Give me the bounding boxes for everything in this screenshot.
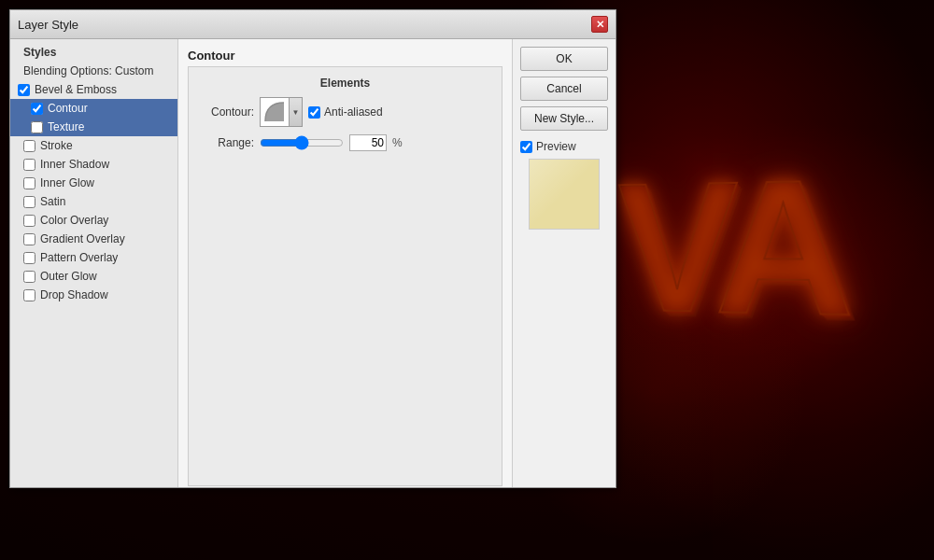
range-row: Range: % [198, 134, 492, 151]
bevel-emboss-label: Bevel & Emboss [35, 83, 117, 96]
inner-shadow-checkbox[interactable] [23, 159, 35, 171]
drop-shadow-checkbox[interactable] [23, 289, 35, 301]
inner-glow-checkbox[interactable] [23, 177, 35, 189]
sidebar-item-drop-shadow[interactable]: Drop Shadow [10, 286, 177, 304]
contour-row: Contour: ▼ [198, 97, 492, 127]
contour-dropdown-arrow[interactable]: ▼ [290, 97, 303, 127]
section-subtitle: Elements [198, 77, 492, 90]
satin-checkbox[interactable] [23, 196, 35, 208]
dialog-body: Styles Blending Options: Custom Bevel & … [10, 39, 616, 487]
styles-label: Styles [23, 46, 56, 59]
contour-label-left: Contour [48, 102, 88, 115]
sidebar-item-texture[interactable]: Texture [10, 118, 177, 136]
contour-preview-button[interactable] [260, 97, 290, 127]
contour-checkbox[interactable] [31, 103, 43, 115]
title-bar: Layer Style ✕ [10, 10, 616, 39]
color-overlay-checkbox[interactable] [23, 215, 35, 227]
sidebar-item-inner-glow[interactable]: Inner Glow [10, 174, 177, 192]
bevel-emboss-checkbox[interactable] [18, 84, 30, 96]
texture-checkbox[interactable] [31, 121, 43, 133]
right-panel: OK Cancel New Style... Preview [513, 39, 616, 487]
preview-text: Preview [536, 140, 576, 153]
preview-checkbox[interactable] [520, 141, 532, 153]
sidebar-item-contour[interactable]: Contour [10, 99, 177, 118]
anti-alias-text: Anti-aliased [324, 105, 383, 119]
sidebar-item-bevel-emboss[interactable]: Bevel & Emboss [10, 80, 177, 99]
sidebar-item-stroke[interactable]: Stroke [10, 136, 177, 155]
middle-panel: Contour Elements Contour: [178, 39, 513, 487]
gradient-overlay-label: Gradient Overlay [40, 232, 125, 245]
outer-glow-label: Outer Glow [40, 270, 97, 283]
color-overlay-label: Color Overlay [40, 214, 108, 227]
styles-header[interactable]: Styles [10, 43, 177, 62]
new-style-button[interactable]: New Style... [520, 106, 608, 131]
anti-alias-label[interactable]: Anti-aliased [308, 105, 383, 119]
sidebar-item-outer-glow[interactable]: Outer Glow [10, 267, 177, 286]
sidebar-item-gradient-overlay[interactable]: Gradient Overlay [10, 230, 177, 248]
section-title: Contour [188, 49, 502, 63]
inner-glow-label: Inner Glow [40, 176, 94, 189]
satin-label: Satin [40, 195, 65, 208]
stroke-label: Stroke [40, 139, 73, 152]
left-panel: Styles Blending Options: Custom Bevel & … [10, 39, 178, 487]
sidebar-item-blending[interactable]: Blending Options: Custom [10, 62, 177, 80]
range-number-input[interactable] [349, 134, 387, 151]
pattern-overlay-checkbox[interactable] [23, 252, 35, 264]
ok-button[interactable]: OK [520, 47, 608, 71]
outer-glow-checkbox[interactable] [23, 271, 35, 283]
layer-style-dialog: Layer Style ✕ Styles Blending Options: C… [9, 9, 616, 488]
texture-label: Texture [48, 120, 84, 133]
dialog-title: Layer Style [18, 18, 78, 32]
range-slider[interactable] [260, 136, 344, 149]
cancel-button[interactable]: Cancel [520, 77, 608, 101]
preview-label: Preview [520, 140, 608, 153]
pattern-overlay-label: Pattern Overlay [40, 251, 118, 264]
sidebar-item-pattern-overlay[interactable]: Pattern Overlay [10, 248, 177, 267]
anti-alias-checkbox[interactable] [308, 106, 320, 119]
range-label: Range: [198, 136, 254, 149]
preview-box [529, 159, 600, 230]
percent-sign: % [392, 136, 403, 149]
contour-field-label: Contour: [198, 105, 254, 119]
content-area: Elements Contour: ▼ [188, 66, 502, 486]
gradient-overlay-checkbox[interactable] [23, 233, 35, 245]
blending-label: Blending Options: Custom [23, 64, 153, 77]
inner-shadow-label: Inner Shadow [40, 158, 109, 171]
sidebar-item-color-overlay[interactable]: Color Overlay [10, 211, 177, 230]
sidebar-item-satin[interactable]: Satin [10, 192, 177, 211]
close-button[interactable]: ✕ [591, 16, 608, 33]
sidebar-item-inner-shadow[interactable]: Inner Shadow [10, 155, 177, 174]
contour-curve-icon [262, 99, 288, 125]
stroke-checkbox[interactable] [23, 140, 35, 152]
drop-shadow-label: Drop Shadow [40, 288, 108, 301]
